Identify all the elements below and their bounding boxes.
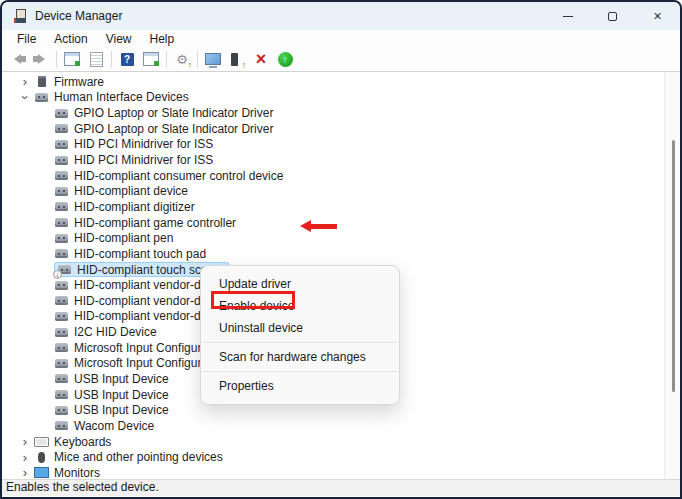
disabled-device-badge-icon: ↓	[53, 270, 62, 279]
scan-hardware-changes-icon[interactable]	[170, 49, 194, 70]
tree-item[interactable]: HID-compliant consumer control device	[2, 168, 680, 184]
device-icon	[54, 420, 69, 432]
tree-item-label: Mice and other pointing devices	[54, 450, 223, 464]
status-bar: Enables the selected device.	[2, 479, 680, 496]
uninstall-device-icon[interactable]	[249, 49, 273, 70]
scrollbar-thumb[interactable]	[672, 140, 675, 392]
chevron-down-icon[interactable]: ›	[18, 88, 33, 106]
scrollbar[interactable]	[664, 72, 680, 479]
device-icon	[54, 357, 69, 369]
tree-item-label: HID PCI Minidriver for ISS	[74, 137, 213, 151]
tree-item[interactable]: GPIO Laptop or Slate Indicator Driver	[2, 105, 680, 121]
tree-item-label: GPIO Laptop or Slate Indicator Driver	[74, 106, 273, 120]
show-console-tree-icon[interactable]	[60, 49, 84, 70]
menu-item-label: Update driver	[219, 277, 291, 291]
context-menu-item-uninstall-device[interactable]: Uninstall device	[201, 317, 399, 339]
toolbar	[2, 47, 680, 72]
keyboard-icon	[34, 436, 49, 448]
tree-item[interactable]: ›Keyboards	[2, 434, 680, 450]
tree-item[interactable]: ›Firmware	[2, 74, 680, 90]
menu-separator	[202, 371, 398, 372]
update-driver-icon[interactable]	[225, 49, 249, 70]
properties-icon[interactable]	[84, 49, 108, 70]
tree-item-label: GPIO Laptop or Slate Indicator Driver	[74, 122, 273, 136]
tree-item-label: Human Interface Devices	[54, 90, 189, 104]
chevron-right-icon[interactable]: ›	[16, 74, 34, 89]
device-icon	[34, 91, 49, 103]
tree-item-label: Monitors	[54, 466, 100, 479]
tree-item-label: USB Input Device	[74, 388, 169, 402]
window-title: Device Manager	[35, 9, 122, 23]
device-icon: ↓	[57, 264, 72, 276]
device-icon	[54, 404, 69, 416]
maximize-button[interactable]	[590, 2, 635, 30]
device-icon	[54, 154, 69, 166]
annotation-arrow	[300, 220, 337, 232]
tree-item[interactable]: HID-compliant game controller	[2, 215, 680, 231]
arrow-head-icon	[300, 220, 311, 232]
tree-item-label: Keyboards	[54, 435, 111, 449]
tree-item[interactable]: HID-compliant digitizer	[2, 199, 680, 215]
tree-item[interactable]: GPIO Laptop or Slate Indicator Driver	[2, 121, 680, 137]
device-icon	[54, 310, 69, 322]
titlebar: Device Manager ×	[2, 2, 680, 30]
device-icon	[54, 279, 69, 291]
tree-item-label: HID-compliant consumer control device	[74, 169, 283, 183]
tree-item[interactable]: HID-compliant touch pad	[2, 246, 680, 262]
menu-file[interactable]: File	[8, 32, 45, 46]
content-area: ›Firmware›Human Interface DevicesGPIO La…	[2, 72, 680, 479]
menu-item-label: Scan for hardware changes	[219, 350, 366, 364]
tree-item-label: HID-compliant game controller	[74, 216, 236, 230]
tree-item[interactable]: HID PCI Minidriver for ISS	[2, 152, 680, 168]
device-icon	[54, 248, 69, 260]
tree-item-label: HID-compliant pen	[74, 231, 173, 245]
chevron-right-icon[interactable]: ›	[16, 434, 34, 449]
tree-item[interactable]: Wacom Device	[2, 418, 680, 434]
tree-item[interactable]: HID PCI Minidriver for ISS	[2, 137, 680, 153]
action-pane-icon[interactable]	[139, 49, 163, 70]
minimize-button[interactable]	[545, 2, 590, 30]
tree-item-label: I2C HID Device	[74, 325, 157, 339]
toolbar-separator	[166, 51, 167, 68]
tree-item[interactable]: ›Monitors	[2, 465, 680, 479]
device-icon	[54, 170, 69, 182]
menu-help[interactable]: Help	[141, 32, 184, 46]
menu-view[interactable]: View	[97, 32, 141, 46]
device-icon	[54, 185, 69, 197]
menu-item-label: Properties	[219, 379, 274, 393]
help-icon[interactable]	[115, 49, 139, 70]
tree-item-label: HID PCI Minidriver for ISS	[74, 153, 213, 167]
context-menu-item-properties[interactable]: Properties	[201, 375, 399, 397]
menu-action[interactable]: Action	[45, 32, 96, 46]
firmware-icon	[34, 76, 49, 88]
menu-item-label: Enable device	[219, 299, 294, 313]
close-icon: ×	[653, 9, 661, 23]
device-icon	[54, 389, 69, 401]
tree-item-label: HID-compliant digitizer	[74, 200, 195, 214]
device-icon	[54, 232, 69, 244]
context-menu-item-scan-for-hardware-changes[interactable]: Scan for hardware changes	[201, 346, 399, 368]
forward-arrow-icon[interactable]	[29, 49, 53, 70]
device-icon	[54, 342, 69, 354]
tree-item[interactable]: ›Mice and other pointing devices	[2, 449, 680, 465]
tree-item[interactable]: HID-compliant device	[2, 183, 680, 199]
back-arrow-icon[interactable]	[5, 49, 29, 70]
close-button[interactable]: ×	[635, 2, 680, 30]
device-manager-window: Device Manager × File Action View Help ›…	[0, 0, 682, 499]
device-icon	[54, 123, 69, 135]
monitor-icon	[34, 467, 49, 479]
enable-device-icon[interactable]	[273, 49, 297, 70]
context-menu-item-enable-device[interactable]: Enable device	[201, 295, 399, 317]
computer-icon[interactable]	[201, 49, 225, 70]
tree-item-label: USB Input Device	[74, 372, 169, 386]
context-menu-item-update-driver[interactable]: Update driver	[201, 273, 399, 295]
tree-item[interactable]: ›Human Interface Devices	[2, 90, 680, 106]
maximize-icon	[608, 12, 617, 21]
toolbar-separator	[111, 51, 112, 68]
tree-item[interactable]: HID-compliant pen	[2, 230, 680, 246]
chevron-right-icon[interactable]: ›	[16, 465, 34, 479]
toolbar-separator	[56, 51, 57, 68]
tree-item-label: HID-compliant touch pad	[74, 247, 206, 261]
tree-item-label: HID-compliant device	[74, 184, 188, 198]
chevron-right-icon[interactable]: ›	[16, 450, 34, 465]
